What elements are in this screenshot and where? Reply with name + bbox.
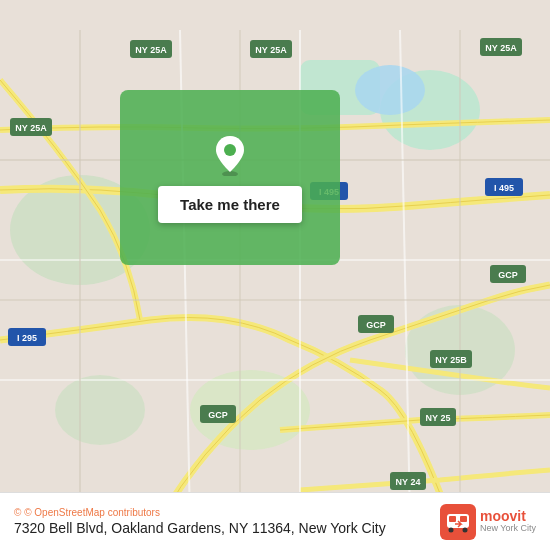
svg-text:GCP: GCP: [498, 270, 518, 280]
location-pin-icon: [208, 132, 252, 176]
address-label: 7320 Bell Blvd, Oakland Gardens, NY 1136…: [14, 520, 386, 536]
svg-text:GCP: GCP: [366, 320, 386, 330]
map-container: NY 25A NY 25A NY 25A NY 25A I 495 I 495 …: [0, 0, 550, 550]
moovit-brand-name: moovit: [480, 509, 536, 524]
svg-point-7: [355, 65, 425, 115]
svg-text:NY 25A: NY 25A: [255, 45, 287, 55]
attribution-text: © © OpenStreetMap contributors: [14, 507, 386, 518]
svg-rect-49: [449, 516, 456, 522]
address-section: © © OpenStreetMap contributors 7320 Bell…: [14, 507, 386, 536]
bottom-info-bar: © © OpenStreetMap contributors 7320 Bell…: [0, 492, 550, 550]
svg-text:GCP: GCP: [208, 410, 228, 420]
svg-point-52: [462, 527, 467, 532]
svg-text:NY 25A: NY 25A: [15, 123, 47, 133]
svg-point-51: [448, 527, 453, 532]
openstreetmap-attribution: © OpenStreetMap contributors: [24, 507, 160, 518]
svg-text:NY 25: NY 25: [426, 413, 451, 423]
svg-text:NY 25A: NY 25A: [485, 43, 517, 53]
svg-point-5: [55, 375, 145, 445]
svg-rect-50: [460, 516, 467, 522]
svg-text:NY 25B: NY 25B: [435, 355, 467, 365]
moovit-icon: [440, 504, 476, 540]
svg-text:NY 24: NY 24: [396, 477, 421, 487]
svg-text:I 495: I 495: [494, 183, 514, 193]
map-roads-svg: NY 25A NY 25A NY 25A NY 25A I 495 I 495 …: [0, 0, 550, 550]
svg-point-46: [224, 144, 236, 156]
moovit-city: New York City: [480, 524, 536, 534]
moovit-text-block: moovit New York City: [480, 509, 536, 534]
svg-text:I 295: I 295: [17, 333, 37, 343]
action-overlay: Take me there: [120, 90, 340, 265]
take-me-there-button[interactable]: Take me there: [158, 186, 302, 223]
moovit-logo: moovit New York City: [440, 504, 536, 540]
svg-text:NY 25A: NY 25A: [135, 45, 167, 55]
